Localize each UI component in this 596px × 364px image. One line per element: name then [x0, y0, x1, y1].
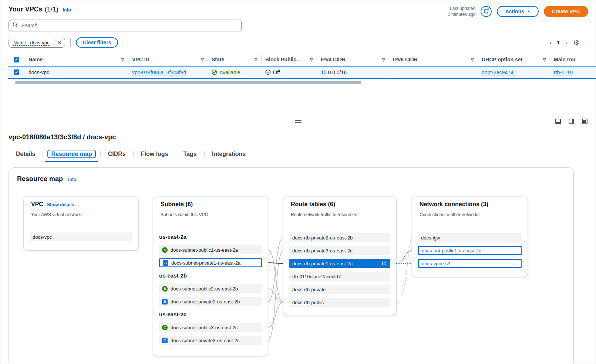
- tab-integrations[interactable]: Integrations: [205, 149, 253, 162]
- dhcp-option-set-link[interactable]: dopt-2ac94141: [482, 69, 516, 75]
- select-all-checkbox[interactable]: [14, 57, 19, 62]
- network-connection-item-highlighted[interactable]: docs-vpce-s3: [418, 259, 522, 268]
- tab-flow-logs[interactable]: Flow logs: [134, 149, 176, 162]
- refresh-icon: [483, 8, 489, 15]
- filter-chip: Name : docs-vpc ✕: [9, 38, 65, 48]
- route-tables-card: Route tables (6) Route network traffic t…: [283, 197, 396, 316]
- page-title-wrap: Your VPCs (1/1) Info: [9, 6, 71, 13]
- route-table-item-selected[interactable]: docs-rtb-private1-us-east-2a: [289, 259, 390, 268]
- private-subnet-badge-icon: C: [162, 338, 168, 343]
- subnets-card-title: Subnets (6): [161, 201, 193, 208]
- last-updated-text: Last updated 2 minutes ago: [448, 6, 475, 17]
- filter-divider: [70, 38, 71, 47]
- search-box[interactable]: [9, 20, 242, 31]
- subnet-item-selected[interactable]: A docs-subnet-private1-us-east-2a: [159, 258, 262, 267]
- filter-triangle-icon[interactable]: ▽: [471, 57, 474, 62]
- route-table-item[interactable]: docs-rtb-public: [289, 298, 390, 307]
- vpc-card: VPC Show details Your AWS virtual networ…: [24, 197, 138, 250]
- column-header-ipv6-cidr[interactable]: IPv6 CIDR▽: [389, 55, 478, 64]
- column-header-name[interactable]: Name▽: [25, 55, 128, 64]
- public-subnet-badge-icon: B: [162, 286, 168, 292]
- filter-triangle-icon[interactable]: ▽: [310, 57, 313, 62]
- scrollbar-thumb[interactable]: [15, 81, 361, 84]
- close-icon: ✕: [58, 40, 62, 45]
- page-next-button[interactable]: ›: [565, 39, 567, 46]
- page-prev-button[interactable]: ‹: [549, 39, 552, 46]
- column-header-state[interactable]: State▽: [208, 55, 262, 64]
- gear-icon[interactable]: ⚙: [573, 39, 579, 46]
- header-controls: Last updated 2 minutes ago Actions ▼ Cr: [448, 6, 588, 17]
- tab-resource-map[interactable]: Resource map: [43, 149, 100, 162]
- resource-map-panel: Resource map Info: [9, 167, 574, 364]
- filter-triangle-icon[interactable]: ▽: [201, 57, 204, 62]
- vpc-count: (1/1): [45, 6, 58, 13]
- subnets-card-subtitle: Subnets within this VPC: [161, 212, 208, 217]
- filter-chip-label[interactable]: Name : docs-vpc: [9, 38, 54, 47]
- network-connection-item[interactable]: docs-igw: [418, 233, 522, 242]
- split-drag-handle[interactable]: [293, 119, 303, 124]
- cell-dhcp-option-set: dopt-2ac94141: [478, 69, 550, 75]
- clear-filters-button[interactable]: Clear filters: [76, 37, 118, 48]
- column-header-vpc-id[interactable]: VPC ID▽: [128, 55, 208, 64]
- az-header: us-east-2a: [159, 234, 186, 240]
- vpc-list-panel: Your VPCs (1/1) Info Last updated 2 minu…: [0, 0, 596, 115]
- tab-tags[interactable]: Tags: [176, 149, 204, 162]
- column-header-main-route[interactable]: Main rou: [550, 55, 596, 64]
- block-public-off: Off: [265, 69, 280, 75]
- create-vpc-button[interactable]: Create VPC: [544, 6, 588, 17]
- subnets-card: Subnets (6) Subnets within this VPC us-e…: [153, 197, 268, 356]
- row-checkbox-cell: [8, 69, 25, 75]
- detail-tabs: Details Resource map CIDRs Flow logs Tag…: [9, 149, 588, 162]
- info-link[interactable]: Info: [63, 7, 71, 13]
- tab-cidrs[interactable]: CIDRs: [101, 149, 133, 162]
- select-all-checkbox-cell: [8, 55, 25, 64]
- page-title: Your VPCs: [9, 6, 43, 13]
- page-number[interactable]: 1: [557, 40, 560, 45]
- column-header-block-public[interactable]: Block Public...▽: [262, 55, 317, 64]
- filter-triangle-icon[interactable]: ▽: [255, 57, 257, 62]
- subnet-item[interactable]: B docs-subnet-private2-us-east-2b: [159, 297, 262, 306]
- route-table-item[interactable]: docs-rtb-private3-us-east-2c: [289, 246, 390, 255]
- cell-block-public: Off: [262, 69, 317, 75]
- filter-triangle-icon[interactable]: ▽: [543, 57, 546, 62]
- show-details-link[interactable]: Show details: [47, 202, 74, 207]
- subnet-item[interactable]: C docs-subnet-private3-us-east-2c: [159, 336, 262, 345]
- resource-map-info-link[interactable]: Info: [68, 177, 76, 182]
- filter-triangle-icon[interactable]: ▽: [121, 57, 124, 62]
- filter-row: Name : docs-vpc ✕ Clear filters ‹ 1 › ⚙: [0, 31, 596, 48]
- horizontal-scrollbar: [15, 81, 596, 84]
- private-subnet-badge-icon: B: [162, 299, 168, 305]
- tab-details[interactable]: Details: [9, 149, 43, 162]
- cell-ipv6-cidr: –: [389, 69, 478, 75]
- vpc-table: Name▽ VPC ID▽ State▽ Block Public...▽ IP…: [8, 53, 596, 84]
- refresh-button[interactable]: [481, 6, 492, 17]
- main-route-table-link[interactable]: rtb-0110: [554, 69, 573, 75]
- route-table-item[interactable]: docs-rtb-private2-us-east-2b: [289, 233, 390, 242]
- layout-side-panel-icon[interactable]: [569, 119, 574, 124]
- external-link-icon[interactable]: [381, 261, 387, 266]
- cell-ipv4-cidr: 10.0.0.0/16: [317, 69, 389, 75]
- search-input[interactable]: [21, 23, 238, 28]
- filter-triangle-icon[interactable]: ▽: [382, 57, 385, 62]
- network-connections-card-subtitle: Connections to other networks: [420, 212, 479, 217]
- subnet-item[interactable]: A docs-subnet-public1-us-east-2a: [159, 245, 262, 254]
- subnet-item[interactable]: C docs-subnet-public3-us-east-2c: [159, 323, 262, 332]
- layout-fullscreen-icon[interactable]: [582, 119, 587, 124]
- layout-bottom-panel-icon[interactable]: [555, 119, 561, 124]
- public-subnet-badge-icon: A: [162, 247, 168, 253]
- column-header-dhcp-option-set[interactable]: DHCP option set▽: [478, 55, 550, 64]
- network-connection-item-highlighted[interactable]: docs-nat-public1-us-east-2a: [418, 246, 522, 255]
- filter-chip-remove-button[interactable]: ✕: [54, 38, 65, 47]
- actions-button[interactable]: Actions ▼: [497, 6, 538, 17]
- private-subnet-badge-icon: A: [163, 260, 168, 266]
- vpc-id-link[interactable]: vpc-018f086a13f3c3f8d: [132, 69, 186, 75]
- table-row[interactable]: docs-vpc vpc-018f086a13f3c3f8d Available: [8, 66, 596, 79]
- subnet-item[interactable]: B docs-subnet-public2-us-east-2b: [159, 284, 262, 293]
- vpc-item[interactable]: docs-vpc: [30, 232, 132, 241]
- status-badge: Available: [212, 69, 240, 75]
- route-table-item[interactable]: docs-rtb-private: [289, 285, 390, 294]
- column-header-ipv4-cidr[interactable]: IPv4 CIDR▽: [317, 55, 389, 64]
- row-checkbox[interactable]: [14, 69, 19, 75]
- resource-map-title: Resource map: [17, 175, 63, 183]
- route-table-item[interactable]: rtb-0110cface2acecfd7: [289, 272, 390, 281]
